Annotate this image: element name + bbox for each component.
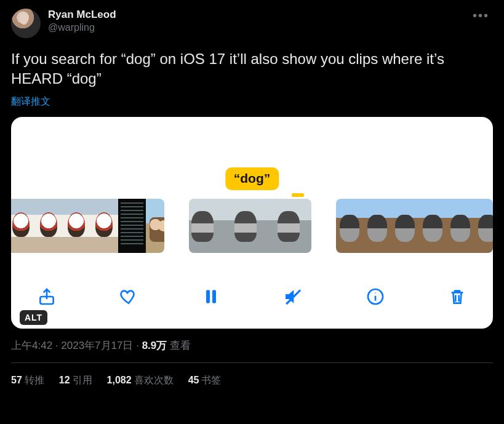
avatar[interactable] — [11, 9, 41, 38]
clip-frame — [232, 199, 275, 253]
tweet-date[interactable]: 2023年7月17日 — [61, 340, 133, 351]
retweets-stat[interactable]: 57转推 — [11, 374, 44, 387]
caption-tick — [292, 193, 304, 197]
media-toolbar — [11, 281, 493, 313]
clip-group[interactable] — [336, 199, 493, 253]
more-icon[interactable]: ••• — [469, 9, 493, 23]
clip-group[interactable] — [11, 199, 164, 253]
clip-frame — [11, 199, 35, 253]
mute-icon[interactable] — [281, 284, 305, 309]
clip-frame — [35, 199, 63, 253]
clip-frame — [391, 199, 419, 253]
views-value: 8.9万 — [142, 340, 167, 351]
clip-frame — [118, 199, 146, 253]
clip-group[interactable] — [189, 199, 311, 253]
svg-rect-2 — [212, 290, 216, 303]
svg-point-6 — [375, 292, 376, 294]
tweet-meta: 上午4:42 · 2023年7月17日 · 8.9万 查看 — [11, 338, 493, 353]
tweet-container: Ryan McLeod @warpling ••• If you search … — [0, 0, 504, 387]
heart-icon[interactable] — [116, 284, 141, 309]
display-name: Ryan McLeod — [48, 9, 469, 21]
clip-frame — [189, 199, 232, 253]
alt-badge[interactable]: ALT — [20, 310, 47, 325]
views-label: 查看 — [167, 340, 191, 351]
trash-icon[interactable] — [445, 284, 470, 309]
handle: @warpling — [48, 22, 469, 33]
translate-link[interactable]: 翻译推文 — [11, 95, 50, 108]
pause-icon[interactable] — [199, 284, 223, 309]
clip-frame — [336, 199, 364, 253]
media-card[interactable]: “dog” — [11, 117, 493, 329]
likes-stat[interactable]: 1,082喜欢次数 — [107, 374, 174, 387]
author-names[interactable]: Ryan McLeod @warpling — [48, 9, 469, 33]
tweet-stats: 57转推 12引用 1,082喜欢次数 45书签 — [11, 363, 493, 387]
clip-frame — [364, 199, 391, 253]
quotes-stat[interactable]: 12引用 — [59, 374, 92, 387]
caption-chip: “dog” — [225, 167, 279, 190]
bookmarks-stat[interactable]: 45书签 — [188, 374, 222, 387]
clip-frame — [275, 199, 311, 253]
info-icon[interactable] — [363, 284, 388, 309]
clip-frame — [63, 199, 90, 253]
clip-frame — [447, 199, 474, 253]
clip-frame — [90, 199, 118, 253]
clip-frame — [474, 199, 493, 253]
tweet-header: Ryan McLeod @warpling ••• — [11, 9, 493, 38]
clip-frame — [419, 199, 447, 253]
tweet-text: If you search for “dog” on iOS 17 it’ll … — [11, 49, 493, 89]
tweet-time[interactable]: 上午4:42 — [11, 340, 52, 351]
clip-frame — [146, 199, 164, 253]
video-scrubber[interactable] — [11, 199, 493, 253]
share-icon[interactable] — [34, 284, 59, 309]
svg-rect-1 — [206, 290, 210, 303]
